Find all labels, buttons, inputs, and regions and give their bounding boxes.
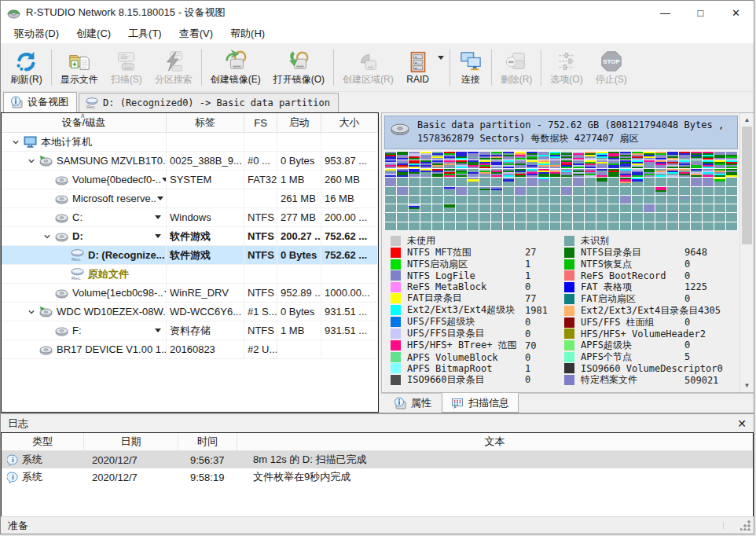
tree-column-header[interactable]: FS xyxy=(244,113,277,132)
menu-item[interactable]: 查看(V) xyxy=(171,24,222,43)
legend-row: HFS/HFS+ BTree+ 范围70 xyxy=(391,340,561,351)
toolbar-separator xyxy=(541,50,541,86)
close-button[interactable]: ✕ xyxy=(718,1,754,24)
scan-block xyxy=(456,196,467,204)
log-column-header[interactable]: 文本 xyxy=(237,433,753,450)
tree-row[interactable]: Rec.原始文件 xyxy=(2,265,378,284)
tab-partition[interactable]: Rec. D: (Recognized0) -> Basic data part… xyxy=(79,93,339,112)
scan-block xyxy=(679,222,690,230)
scan-block xyxy=(409,204,420,212)
tree-row[interactable]: F:资料存储NTFS1 MB931.51 ... xyxy=(2,321,378,340)
legend-row: NTFS LogFile1 xyxy=(391,270,561,281)
expand-chevron-icon[interactable] xyxy=(24,157,39,165)
tree-row[interactable]: Rec.D: (Recognize...软件游戏NTFS0 Bytes752.6… xyxy=(2,246,378,265)
expand-chevron-icon[interactable] xyxy=(8,138,24,146)
create-image-label: 创建镜像(E) xyxy=(211,73,261,86)
log-column-header[interactable]: 类型 xyxy=(2,433,84,450)
resize-grip[interactable] xyxy=(740,520,750,530)
tree-row[interactable]: BR17 DEVICE V1.00 1....20160823#2 U... xyxy=(2,340,378,359)
tree-row[interactable]: Microsoft reserve..261 MB16 MB xyxy=(2,189,378,208)
expand-chevron-icon[interactable] xyxy=(24,308,39,316)
tab-properties[interactable]: 属性 xyxy=(385,394,440,413)
scan-block xyxy=(456,204,467,212)
toolbar-button-raid[interactable]: RAID xyxy=(400,46,436,90)
log-column-header[interactable]: 时间 xyxy=(178,433,237,450)
scan-scrollbar[interactable]: ▲ ▼ xyxy=(739,113,754,392)
row-dropdown-icon[interactable] xyxy=(155,329,161,332)
tree-row[interactable]: WDC WD10EZEX-08W...WD-WCC6Y6...#1 S...0 … xyxy=(2,303,378,321)
toolbar-button-refresh[interactable]: 刷新(R) xyxy=(4,46,49,90)
menu-item[interactable]: 帮助(H) xyxy=(222,24,273,43)
row-dropdown-icon[interactable] xyxy=(157,196,163,200)
tab-device-view[interactable]: 设备视图 xyxy=(3,92,77,112)
cell-label: 资料存储 xyxy=(167,321,244,340)
log-row[interactable]: 系统2020/12/79:58:19文件枚举在9秒内完成 xyxy=(2,468,753,486)
scan-block xyxy=(444,187,455,195)
toolbar-button-connect[interactable]: 连接 xyxy=(453,46,489,90)
tree-rows: 本地计算机SAMSUNG MZVLB1T0...0025_388B_9...#0… xyxy=(2,133,378,359)
scan-block xyxy=(527,196,538,204)
tree-row[interactable]: SAMSUNG MZVLB1T0...0025_388B_9...#0 ...0… xyxy=(2,152,378,171)
scan-block xyxy=(655,178,666,185)
cell-size: 752.62 ... xyxy=(321,246,378,264)
row-dropdown-icon[interactable] xyxy=(155,234,161,238)
toolbar-button-show-files[interactable]: 显示文件 xyxy=(54,46,105,90)
scan-block xyxy=(655,204,666,212)
legend-value: 1981 xyxy=(525,305,548,316)
scan-block xyxy=(608,213,619,221)
tree-row[interactable]: 本地计算机 xyxy=(2,133,378,152)
tree-column-header[interactable]: 大小 xyxy=(321,113,378,132)
tab-device-view-label: 设备视图 xyxy=(28,95,68,109)
legend-row: APFS超级块0 xyxy=(564,340,735,351)
legend-value: 0 xyxy=(525,374,530,385)
cell-boot: 277 MB xyxy=(277,208,321,226)
scan-block-map[interactable] xyxy=(384,151,738,231)
log-row[interactable]: 系统2020/12/79:56:378m 12s 的 D: 扫描已完成 xyxy=(2,451,753,468)
cell-fs: NTFS xyxy=(244,227,277,245)
tab-properties-label: 属性 xyxy=(411,396,431,410)
expand-chevron-icon[interactable] xyxy=(39,233,55,240)
raid-dropdown-icon[interactable] xyxy=(438,56,444,60)
tree-row[interactable]: Volume{0bedecf0-..SYSTEMFAT321 MB260 MB xyxy=(2,171,378,189)
scan-block xyxy=(420,169,431,177)
minimize-button[interactable]: — xyxy=(648,1,683,24)
scroll-thumb[interactable] xyxy=(742,127,752,244)
tree-row[interactable]: C:WindowsNTFS277 MB200.00 ... xyxy=(2,208,378,227)
menu-item[interactable]: 驱动器(D) xyxy=(6,24,68,43)
scan-block xyxy=(479,169,490,177)
legend-swatch xyxy=(391,236,401,246)
scan-block xyxy=(608,187,619,195)
svg-text:STOP: STOP xyxy=(603,58,620,65)
maximize-button[interactable]: □ xyxy=(683,1,718,24)
toolbar-button-create-image[interactable]: 创建镜像(E) xyxy=(204,46,267,90)
tree-row[interactable]: Volume{1ecb0c98-..WinRE_DRVNTFS952.89 ..… xyxy=(2,284,378,303)
tree-column-header[interactable]: 启动 xyxy=(277,113,321,132)
cell-fs: NTFS xyxy=(244,321,277,340)
tab-scan-info[interactable]: 扫描信息 xyxy=(442,393,519,413)
tree-column-header[interactable]: 标签 xyxy=(167,113,244,132)
log-close-icon[interactable]: ✕ xyxy=(737,418,747,429)
device-name: Volume{1ecb0c98-.. xyxy=(72,287,163,299)
scan-block xyxy=(409,222,420,230)
tree-row[interactable]: D:软件游戏NTFS200.27 ...752.62 ... xyxy=(2,227,378,246)
scroll-down-icon[interactable]: ▼ xyxy=(744,380,750,391)
cell-fs xyxy=(244,189,277,207)
scan-block xyxy=(691,178,702,185)
app-icon xyxy=(7,6,20,20)
row-dropdown-icon[interactable] xyxy=(155,215,161,219)
legend-swatch xyxy=(564,340,574,351)
menu-item[interactable]: 工具(T) xyxy=(119,24,171,43)
scroll-up-icon[interactable]: ▲ xyxy=(744,114,750,126)
scan-block xyxy=(444,160,455,168)
scan-block xyxy=(432,169,443,177)
log-column-header[interactable]: 日期 xyxy=(84,433,178,450)
scan-block xyxy=(409,213,420,221)
device-name: C: xyxy=(72,211,83,223)
scan-block xyxy=(468,196,479,204)
cell-label: WinRE_DRV xyxy=(167,284,244,302)
menu-item[interactable]: 创建(C) xyxy=(68,24,119,43)
partition-search-label: 分区搜索 xyxy=(155,73,193,86)
toolbar-button-open-image[interactable]: 打开镜像(O) xyxy=(267,46,331,90)
scan-block xyxy=(479,178,490,185)
refresh-label: 刷新(R) xyxy=(10,73,42,86)
